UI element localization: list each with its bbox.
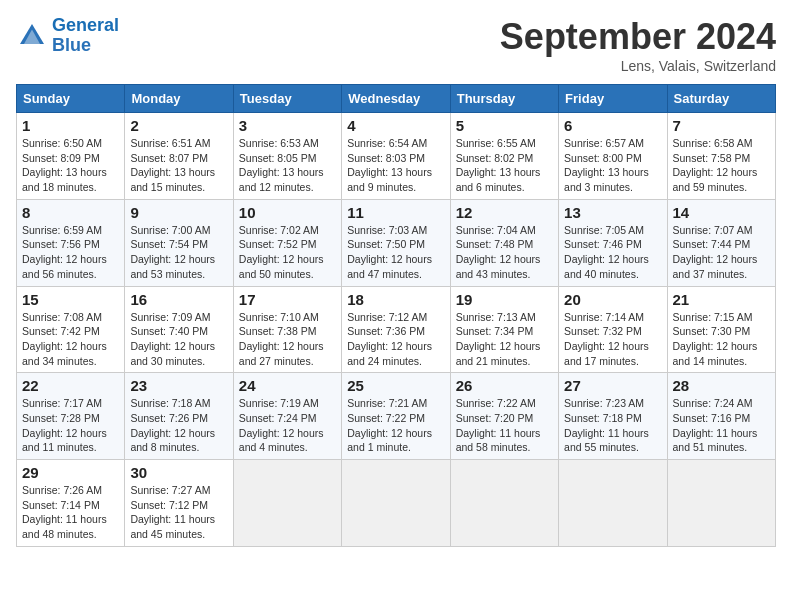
calendar-day-26: 26Sunrise: 7:22 AMSunset: 7:20 PMDayligh…: [450, 373, 558, 460]
day-number: 17: [239, 291, 336, 308]
calendar-day-6: 6Sunrise: 6:57 AMSunset: 8:00 PMDaylight…: [559, 113, 667, 200]
page-header: General Blue September 2024 Lens, Valais…: [16, 16, 776, 74]
calendar-day-4: 4Sunrise: 6:54 AMSunset: 8:03 PMDaylight…: [342, 113, 450, 200]
calendar-day-1: 1Sunrise: 6:50 AMSunset: 8:09 PMDaylight…: [17, 113, 125, 200]
day-number: 20: [564, 291, 661, 308]
day-number: 25: [347, 377, 444, 394]
day-info: Sunrise: 7:08 AMSunset: 7:42 PMDaylight:…: [22, 310, 119, 369]
calendar-week-2: 8Sunrise: 6:59 AMSunset: 7:56 PMDaylight…: [17, 199, 776, 286]
calendar-day-3: 3Sunrise: 6:53 AMSunset: 8:05 PMDaylight…: [233, 113, 341, 200]
day-info: Sunrise: 7:23 AMSunset: 7:18 PMDaylight:…: [564, 396, 661, 455]
day-info: Sunrise: 7:21 AMSunset: 7:22 PMDaylight:…: [347, 396, 444, 455]
title-block: September 2024 Lens, Valais, Switzerland: [500, 16, 776, 74]
empty-cell: [450, 460, 558, 547]
header-thursday: Thursday: [450, 85, 558, 113]
day-info: Sunrise: 7:17 AMSunset: 7:28 PMDaylight:…: [22, 396, 119, 455]
calendar-day-2: 2Sunrise: 6:51 AMSunset: 8:07 PMDaylight…: [125, 113, 233, 200]
day-info: Sunrise: 6:53 AMSunset: 8:05 PMDaylight:…: [239, 136, 336, 195]
day-info: Sunrise: 6:57 AMSunset: 8:00 PMDaylight:…: [564, 136, 661, 195]
day-number: 18: [347, 291, 444, 308]
day-info: Sunrise: 7:27 AMSunset: 7:12 PMDaylight:…: [130, 483, 227, 542]
day-info: Sunrise: 7:10 AMSunset: 7:38 PMDaylight:…: [239, 310, 336, 369]
calendar-day-23: 23Sunrise: 7:18 AMSunset: 7:26 PMDayligh…: [125, 373, 233, 460]
day-number: 24: [239, 377, 336, 394]
calendar-day-17: 17Sunrise: 7:10 AMSunset: 7:38 PMDayligh…: [233, 286, 341, 373]
day-number: 13: [564, 204, 661, 221]
calendar-day-16: 16Sunrise: 7:09 AMSunset: 7:40 PMDayligh…: [125, 286, 233, 373]
calendar-day-8: 8Sunrise: 6:59 AMSunset: 7:56 PMDaylight…: [17, 199, 125, 286]
empty-cell: [233, 460, 341, 547]
calendar-day-11: 11Sunrise: 7:03 AMSunset: 7:50 PMDayligh…: [342, 199, 450, 286]
calendar-day-9: 9Sunrise: 7:00 AMSunset: 7:54 PMDaylight…: [125, 199, 233, 286]
day-info: Sunrise: 7:03 AMSunset: 7:50 PMDaylight:…: [347, 223, 444, 282]
logo-line2: Blue: [52, 35, 91, 55]
calendar-day-25: 25Sunrise: 7:21 AMSunset: 7:22 PMDayligh…: [342, 373, 450, 460]
header-sunday: Sunday: [17, 85, 125, 113]
day-number: 27: [564, 377, 661, 394]
logo-text: General Blue: [52, 16, 119, 56]
day-info: Sunrise: 7:15 AMSunset: 7:30 PMDaylight:…: [673, 310, 770, 369]
calendar-day-15: 15Sunrise: 7:08 AMSunset: 7:42 PMDayligh…: [17, 286, 125, 373]
calendar-day-22: 22Sunrise: 7:17 AMSunset: 7:28 PMDayligh…: [17, 373, 125, 460]
calendar-day-18: 18Sunrise: 7:12 AMSunset: 7:36 PMDayligh…: [342, 286, 450, 373]
day-info: Sunrise: 7:22 AMSunset: 7:20 PMDaylight:…: [456, 396, 553, 455]
day-info: Sunrise: 7:19 AMSunset: 7:24 PMDaylight:…: [239, 396, 336, 455]
calendar-day-21: 21Sunrise: 7:15 AMSunset: 7:30 PMDayligh…: [667, 286, 775, 373]
calendar-day-7: 7Sunrise: 6:58 AMSunset: 7:58 PMDaylight…: [667, 113, 775, 200]
location-subtitle: Lens, Valais, Switzerland: [500, 58, 776, 74]
day-info: Sunrise: 7:00 AMSunset: 7:54 PMDaylight:…: [130, 223, 227, 282]
logo: General Blue: [16, 16, 119, 56]
calendar-day-28: 28Sunrise: 7:24 AMSunset: 7:16 PMDayligh…: [667, 373, 775, 460]
day-number: 2: [130, 117, 227, 134]
day-number: 3: [239, 117, 336, 134]
day-number: 14: [673, 204, 770, 221]
day-info: Sunrise: 6:58 AMSunset: 7:58 PMDaylight:…: [673, 136, 770, 195]
calendar-week-3: 15Sunrise: 7:08 AMSunset: 7:42 PMDayligh…: [17, 286, 776, 373]
calendar-day-14: 14Sunrise: 7:07 AMSunset: 7:44 PMDayligh…: [667, 199, 775, 286]
day-info: Sunrise: 6:55 AMSunset: 8:02 PMDaylight:…: [456, 136, 553, 195]
header-friday: Friday: [559, 85, 667, 113]
calendar-day-5: 5Sunrise: 6:55 AMSunset: 8:02 PMDaylight…: [450, 113, 558, 200]
day-info: Sunrise: 7:14 AMSunset: 7:32 PMDaylight:…: [564, 310, 661, 369]
calendar-day-13: 13Sunrise: 7:05 AMSunset: 7:46 PMDayligh…: [559, 199, 667, 286]
day-number: 12: [456, 204, 553, 221]
calendar-day-10: 10Sunrise: 7:02 AMSunset: 7:52 PMDayligh…: [233, 199, 341, 286]
calendar-day-12: 12Sunrise: 7:04 AMSunset: 7:48 PMDayligh…: [450, 199, 558, 286]
day-number: 26: [456, 377, 553, 394]
calendar-day-30: 30Sunrise: 7:27 AMSunset: 7:12 PMDayligh…: [125, 460, 233, 547]
day-info: Sunrise: 7:05 AMSunset: 7:46 PMDaylight:…: [564, 223, 661, 282]
day-number: 5: [456, 117, 553, 134]
day-number: 22: [22, 377, 119, 394]
calendar-week-1: 1Sunrise: 6:50 AMSunset: 8:09 PMDaylight…: [17, 113, 776, 200]
day-info: Sunrise: 7:02 AMSunset: 7:52 PMDaylight:…: [239, 223, 336, 282]
day-info: Sunrise: 6:50 AMSunset: 8:09 PMDaylight:…: [22, 136, 119, 195]
header-monday: Monday: [125, 85, 233, 113]
day-info: Sunrise: 7:04 AMSunset: 7:48 PMDaylight:…: [456, 223, 553, 282]
calendar-table: SundayMondayTuesdayWednesdayThursdayFrid…: [16, 84, 776, 547]
day-number: 11: [347, 204, 444, 221]
day-number: 6: [564, 117, 661, 134]
day-info: Sunrise: 7:18 AMSunset: 7:26 PMDaylight:…: [130, 396, 227, 455]
day-number: 7: [673, 117, 770, 134]
calendar-day-29: 29Sunrise: 7:26 AMSunset: 7:14 PMDayligh…: [17, 460, 125, 547]
calendar-header-row: SundayMondayTuesdayWednesdayThursdayFrid…: [17, 85, 776, 113]
day-info: Sunrise: 7:09 AMSunset: 7:40 PMDaylight:…: [130, 310, 227, 369]
day-info: Sunrise: 7:07 AMSunset: 7:44 PMDaylight:…: [673, 223, 770, 282]
header-saturday: Saturday: [667, 85, 775, 113]
day-info: Sunrise: 6:51 AMSunset: 8:07 PMDaylight:…: [130, 136, 227, 195]
day-info: Sunrise: 7:13 AMSunset: 7:34 PMDaylight:…: [456, 310, 553, 369]
header-tuesday: Tuesday: [233, 85, 341, 113]
empty-cell: [342, 460, 450, 547]
day-info: Sunrise: 7:12 AMSunset: 7:36 PMDaylight:…: [347, 310, 444, 369]
day-number: 15: [22, 291, 119, 308]
logo-icon: [16, 20, 48, 52]
logo-line1: General: [52, 15, 119, 35]
day-number: 16: [130, 291, 227, 308]
day-number: 19: [456, 291, 553, 308]
empty-cell: [667, 460, 775, 547]
calendar-day-24: 24Sunrise: 7:19 AMSunset: 7:24 PMDayligh…: [233, 373, 341, 460]
calendar-day-19: 19Sunrise: 7:13 AMSunset: 7:34 PMDayligh…: [450, 286, 558, 373]
day-number: 30: [130, 464, 227, 481]
calendar-day-27: 27Sunrise: 7:23 AMSunset: 7:18 PMDayligh…: [559, 373, 667, 460]
header-wednesday: Wednesday: [342, 85, 450, 113]
